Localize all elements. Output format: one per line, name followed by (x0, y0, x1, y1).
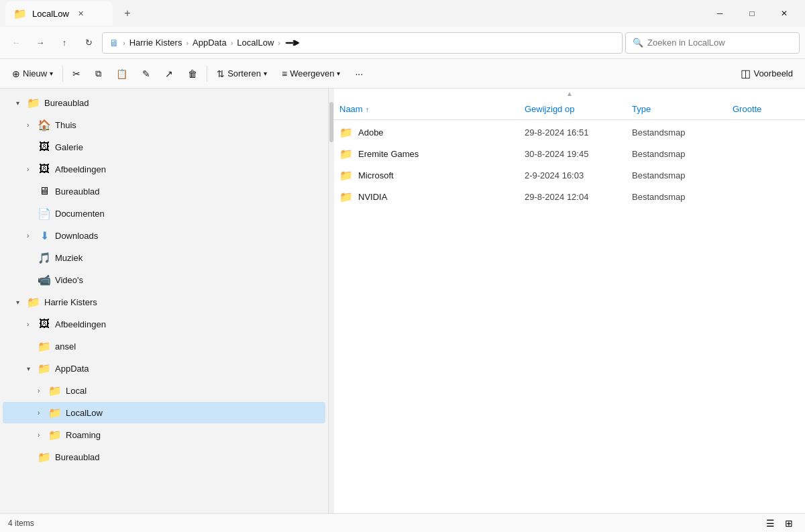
sidebar-scrollbar-thumb[interactable] (329, 102, 333, 142)
new-button[interactable]: ⊕ Nieuw ▾ (5, 64, 60, 83)
eremite-name: Eremite Games (358, 149, 525, 159)
sidebar-scrollbar[interactable] (329, 89, 334, 513)
breadcrumb-sep-0: › (123, 39, 125, 47)
refresh-button[interactable]: ↻ (78, 32, 99, 54)
sidebar-label-afbeeldingen: Afbeeldingen (55, 164, 106, 174)
forward-button[interactable]: → (30, 32, 51, 54)
microsoft-type: Bestandsmap (632, 170, 733, 180)
appdata-icon: 📁 (38, 362, 51, 375)
cut-button[interactable]: ✂ (66, 64, 87, 83)
sidebar-item-galerie[interactable]: 🖼 Galerie (3, 136, 325, 158)
sidebar-item-roaming[interactable]: › 📁 Roaming (3, 424, 325, 445)
localLow-icon: 📁 (48, 406, 62, 419)
sidebar-item-muziek[interactable]: 🎵 Muziek (3, 247, 325, 268)
up-button[interactable]: ↑ (54, 32, 75, 54)
delete-button[interactable]: 🗑 (181, 64, 204, 83)
search-icon: 🔍 (633, 38, 643, 48)
more-button[interactable]: ··· (348, 64, 370, 83)
col-header-name[interactable]: Naam ↑ (339, 104, 525, 114)
sidebar-item-bureaublad-top[interactable]: ▾ 📁 Bureaublad (3, 92, 325, 113)
share-icon: ↗ (165, 68, 173, 79)
bureaublad-3-icon: 📁 (38, 450, 51, 464)
file-area: ▲ Naam ↑ Gewijzigd op Type Grootte 📁 Ado… (334, 89, 805, 513)
afbeeldingen-2-icon: 🖼 (38, 317, 51, 331)
sidebar-item-afbeeldingen-2[interactable]: › 🖼 Afbeeldingen (3, 313, 325, 335)
view-button[interactable]: ≡ Weergeven ▾ (275, 64, 347, 83)
file-row-adobe[interactable]: 📁 Adobe 29-8-2024 16:51 Bestandsmap (334, 121, 805, 143)
breadcrumb-sep-2: › (231, 39, 233, 47)
sidebar-label-afbeeldingen-2: Afbeeldingen (55, 319, 106, 329)
sidebar-item-bureaublad-2[interactable]: 🖥 Bureaublad (3, 180, 325, 202)
preview-icon: ◫ (741, 67, 751, 80)
file-row-eremite[interactable]: 📁 Eremite Games 30-8-2024 19:45 Bestands… (334, 143, 805, 164)
maximize-button[interactable]: □ (737, 3, 767, 24)
sort-asc-icon: ↑ (366, 105, 370, 113)
highlight-arrow: ➜ (284, 38, 300, 48)
sidebar-item-local[interactable]: › 📁 Local (3, 380, 325, 401)
copy-button[interactable]: ⧉ (89, 64, 108, 83)
col-type-label: Type (632, 104, 651, 114)
sidebar-label-bureaublad-top: Bureaublad (44, 98, 89, 108)
view-tiles-button[interactable]: ⊞ (781, 515, 797, 531)
minimize-button[interactable]: ─ (704, 3, 735, 24)
share-button[interactable]: ↗ (158, 64, 180, 83)
toolbar: ⊕ Nieuw ▾ ✂ ⧉ 📋 ✎ ↗ 🗑 ⇅ Sorteren ▾ ≡ Wee… (0, 59, 805, 89)
sidebar-item-documenten[interactable]: 📄 Documenten (3, 203, 325, 224)
thuis-icon: 🏠 (38, 118, 51, 131)
view-icon: ≡ (282, 68, 287, 79)
col-header-size[interactable]: Grootte (733, 104, 800, 114)
file-list: 📁 Adobe 29-8-2024 16:51 Bestandsmap 📁 Er… (334, 120, 805, 513)
expand-arrow-roaming: › (38, 431, 48, 439)
sidebar-item-downloads[interactable]: › ⬇ Downloads (3, 225, 325, 246)
bureaublad-2-icon: 🖥 (38, 184, 51, 198)
back-button[interactable]: ← (5, 32, 27, 54)
col-header-type[interactable]: Type (632, 104, 733, 114)
preview-button[interactable]: ◫ Voorbeeld (734, 63, 800, 84)
address-box[interactable]: 🖥 › Harrie Kisters › AppData › LocalLow … (102, 32, 623, 54)
main-content: ▾ 📁 Bureaublad › 🏠 Thuis 🖼 Galerie › 🖼 A… (0, 89, 805, 513)
sort-button[interactable]: ⇅ Sorteren ▾ (210, 64, 274, 83)
sidebar-item-appdata[interactable]: ▾ 📁 AppData (3, 358, 325, 379)
active-tab[interactable]: 📁 LocalLow ✕ (5, 1, 113, 25)
sidebar-item-afbeeldingen[interactable]: › 🖼 Afbeeldingen (3, 158, 325, 180)
breadcrumb-localLow[interactable]: LocalLow (237, 38, 274, 48)
preview-label: Voorbeeld (753, 68, 793, 78)
scissors-icon: ✂ (72, 68, 80, 79)
nvidia-folder-icon: 📁 (339, 191, 353, 203)
sidebar-item-harrie-kisters[interactable]: ▾ 📁 Harrie Kisters (3, 291, 325, 313)
search-input[interactable] (647, 38, 792, 48)
search-box[interactable]: 🔍 (625, 32, 800, 54)
tab-close-button[interactable]: ✕ (74, 7, 88, 20)
more-icon: ··· (355, 68, 363, 79)
paste-button[interactable]: 📋 (109, 64, 134, 83)
file-list-header: Naam ↑ Gewijzigd op Type Grootte (334, 99, 805, 120)
view-label: Weergeven (290, 68, 334, 78)
nvidia-name: NVIDIA (358, 192, 525, 202)
expand-arrow-afbeeldingen-2: › (27, 321, 38, 328)
roaming-icon: 📁 (48, 428, 62, 441)
sidebar-item-videos[interactable]: 📹 Video's (3, 269, 325, 290)
rename-button[interactable]: ✎ (136, 64, 157, 83)
col-header-modified[interactable]: Gewijzigd op (525, 104, 632, 114)
expand-arrow-harrie-kisters: ▾ (16, 299, 27, 306)
view-detail-button[interactable]: ☰ (762, 515, 778, 531)
downloads-icon: ⬇ (38, 229, 51, 242)
file-row-microsoft[interactable]: 📁 Microsoft 2-9-2024 16:03 Bestandsmap (334, 164, 805, 186)
breadcrumb-harrie[interactable]: Harrie Kisters (129, 38, 182, 48)
col-modified-label: Gewijzigd op (525, 104, 574, 114)
sidebar-label-videos: Video's (55, 275, 83, 285)
close-button[interactable]: ✕ (769, 3, 800, 24)
adobe-name: Adobe (358, 127, 525, 138)
sidebar-item-thuis[interactable]: › 🏠 Thuis (3, 114, 325, 136)
view-chevron-icon: ▾ (337, 70, 340, 77)
sidebar-label-downloads: Downloads (55, 231, 98, 241)
new-tab-button[interactable]: + (117, 3, 138, 24)
sidebar-label-bureaublad-3: Bureaublad (55, 452, 100, 462)
file-row-nvidia[interactable]: 📁 NVIDIA 29-8-2024 12:04 Bestandsmap (334, 186, 805, 207)
sidebar-item-ansel[interactable]: 📁 ansel (3, 335, 325, 357)
sidebar-label-bureaublad-2: Bureaublad (55, 187, 100, 197)
breadcrumb-appdata[interactable]: AppData (193, 38, 227, 48)
scroll-up-indicator: ▲ (334, 89, 805, 99)
sidebar-item-bureaublad-3[interactable]: 📁 Bureaublad (3, 446, 325, 468)
sidebar-item-localLow[interactable]: › 📁 LocalLow (3, 402, 325, 423)
